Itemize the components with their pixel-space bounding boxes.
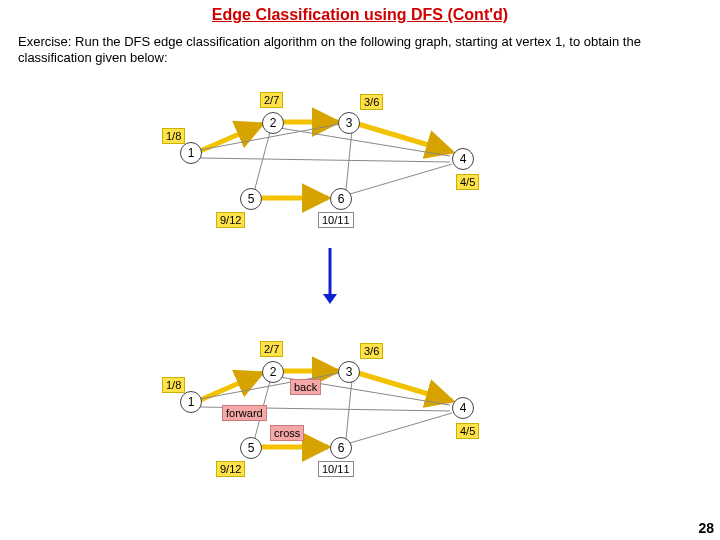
g2-node-1: 1 [180,391,202,413]
svg-line-0 [198,124,262,152]
g2-time-6: 10/11 [318,461,354,477]
svg-line-12 [198,373,262,401]
g2-node-5: 5 [240,437,262,459]
edge-label-back: back [290,379,321,395]
g2-node-6: 6 [330,437,352,459]
exercise-text: Exercise: Run the DFS edge classificatio… [0,24,720,67]
g1-node-4: 4 [452,148,474,170]
svg-line-9 [350,164,452,194]
svg-line-5 [200,158,450,162]
g1-time-6: 10/11 [318,212,354,228]
g1-time-3: 3/6 [360,94,383,110]
g1-node-5: 5 [240,188,262,210]
g2-time-5: 9/12 [216,461,245,477]
g1-time-5: 9/12 [216,212,245,228]
svg-line-21 [350,413,452,443]
edge-label-cross: cross [270,425,304,441]
page-title: Edge Classification using DFS (Cont'd) [0,0,720,24]
edge-label-forward: forward [222,405,267,421]
svg-line-14 [358,373,452,401]
g1-node-3: 3 [338,112,360,134]
g1-time-2: 2/7 [260,92,283,108]
arrow-down-icon [320,246,340,306]
svg-marker-11 [323,294,337,304]
g2-node-3: 3 [338,361,360,383]
g2-time-4: 4/5 [456,423,479,439]
g2-time-3: 3/6 [360,343,383,359]
page-number: 28 [698,520,714,536]
svg-line-7 [254,132,270,192]
svg-line-2 [358,124,452,152]
g2-time-1: 1/8 [162,377,185,393]
g1-time-1: 1/8 [162,128,185,144]
g2-time-2: 2/7 [260,341,283,357]
g2-node-2: 2 [262,361,284,383]
g1-node-1: 1 [180,142,202,164]
g1-node-2: 2 [262,112,284,134]
graph-after: 1 2 3 4 5 6 1/8 2/7 3/6 4/5 9/12 10/11 b… [170,335,500,475]
g2-node-4: 4 [452,397,474,419]
g1-time-4: 4/5 [456,174,479,190]
g1-node-6: 6 [330,188,352,210]
graph-before: 1 2 3 4 5 6 1/8 2/7 3/6 4/5 9/12 10/11 [170,90,500,220]
